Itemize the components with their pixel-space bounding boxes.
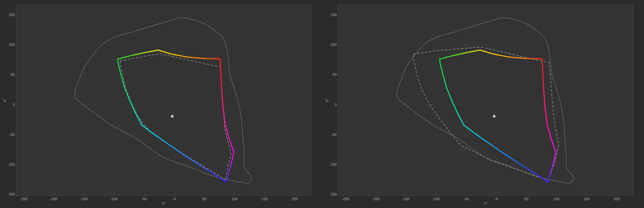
y-tick-label: -50 (331, 133, 337, 137)
x-tick-label: -0 (173, 197, 176, 201)
y-tick-label: 50 (11, 72, 15, 76)
x-tick-label: -100 (432, 197, 440, 201)
x-tick-label: 150 (584, 197, 590, 201)
x-tick-label: -200 (372, 197, 379, 201)
x-tick-label: -50 (142, 197, 147, 201)
plot-area (338, 5, 633, 196)
gamut-plot-left-svg: -250-200-150-100-50-05010015020015010050… (0, 0, 322, 208)
y-tick-label: 0 (335, 103, 337, 107)
y-tick-label: -100 (7, 162, 15, 166)
y-tick-label: 150 (9, 13, 15, 17)
gamut-comparison-page: -250-200-150-100-50-05010015020015010050… (0, 0, 644, 208)
x-tick-label: -100 (110, 197, 118, 201)
x-axis-title: a* (484, 201, 488, 205)
x-tick-label: 150 (262, 197, 268, 201)
gamut-panel-left: -250-200-150-100-50-05010015020015010050… (0, 0, 322, 208)
x-tick-label: -150 (80, 197, 88, 201)
y-tick-label: 50 (333, 72, 337, 76)
y-tick-label: -50 (9, 133, 15, 137)
x-tick-label: 200 (292, 197, 298, 201)
y-tick-label: -150 (329, 192, 337, 196)
gamut-panel-right: -250-200-150-100-50-05010015020015010050… (322, 0, 644, 208)
x-tick-label: 100 (231, 197, 237, 201)
y-axis-title: b* (3, 98, 7, 102)
x-tick-label: 200 (614, 197, 620, 201)
x-tick-label: 50 (524, 197, 528, 201)
x-axis-title: a* (162, 201, 166, 205)
x-tick-label: -200 (50, 197, 57, 201)
x-tick-label: -250 (342, 197, 349, 201)
gamut-plot-right-svg: -250-200-150-100-50-05010015020015010050… (322, 0, 644, 208)
x-tick-label: -250 (20, 197, 27, 201)
y-axis-title: b* (325, 98, 329, 102)
y-tick-label: 150 (331, 13, 337, 17)
x-tick-label: -0 (495, 197, 498, 201)
x-tick-label: 100 (553, 197, 559, 201)
y-tick-label: 0 (13, 103, 15, 107)
x-tick-label: -50 (464, 197, 469, 201)
y-tick-label: -100 (329, 162, 337, 166)
y-tick-label: 100 (331, 43, 337, 47)
x-tick-label: 50 (202, 197, 206, 201)
x-tick-label: -150 (402, 197, 410, 201)
plot-area (16, 5, 311, 196)
y-tick-label: 100 (9, 43, 15, 47)
y-tick-label: -150 (7, 192, 15, 196)
